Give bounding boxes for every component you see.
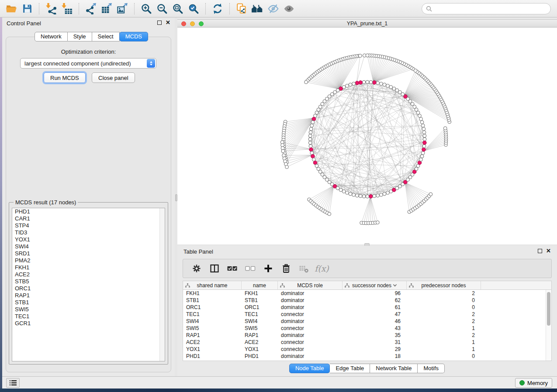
graph-node[interactable] xyxy=(422,127,426,131)
list-item[interactable]: SWI4 xyxy=(12,243,165,250)
show-all-button[interactable] xyxy=(281,2,297,16)
mcds-list-scrollbar[interactable] xyxy=(159,208,165,361)
run-mcds-button[interactable]: Run MCDS xyxy=(44,72,86,83)
tab-mcds[interactable]: MCDS xyxy=(119,32,148,41)
memory-button[interactable]: Memory xyxy=(515,378,552,388)
table-row[interactable]: YOX1YOX1connector291 xyxy=(183,346,546,353)
column-header-mcds-role[interactable]: MCDS role xyxy=(278,281,343,289)
list-item[interactable]: ACE2 xyxy=(12,271,165,278)
list-item[interactable]: FKH1 xyxy=(12,264,165,271)
graph-leaf-node[interactable] xyxy=(376,221,380,224)
export-image-button[interactable] xyxy=(114,2,130,16)
column-header-predecessor-nodes[interactable]: predecessor nodes xyxy=(407,281,481,289)
graph-node[interactable] xyxy=(422,144,426,148)
graph-node[interactable] xyxy=(352,82,356,86)
import-network-button[interactable] xyxy=(43,2,59,16)
graph-node[interactable] xyxy=(376,194,380,197)
graph-leaf-node[interactable] xyxy=(358,54,362,58)
graph-node[interactable] xyxy=(310,151,314,155)
tab-style[interactable]: Style xyxy=(68,32,92,41)
graph-node[interactable] xyxy=(369,80,373,84)
float-panel-icon[interactable] xyxy=(157,21,162,25)
graph-node[interactable] xyxy=(309,144,312,148)
graph-node[interactable] xyxy=(308,134,312,138)
graph-node[interactable] xyxy=(311,120,315,124)
graph-node[interactable] xyxy=(310,124,314,127)
graph-leaf-node[interactable] xyxy=(366,54,369,57)
graph-dominator-node[interactable] xyxy=(311,155,315,158)
tab-network[interactable]: Network xyxy=(35,32,68,41)
close-panel-icon[interactable]: ✕ xyxy=(546,249,551,253)
list-item[interactable]: CAR1 xyxy=(12,215,165,222)
graph-node[interactable] xyxy=(356,194,359,197)
graph-leaf-node[interactable] xyxy=(285,165,289,169)
export-network-button[interactable] xyxy=(83,2,99,16)
graph-leaf-node[interactable] xyxy=(443,127,447,130)
delete-column-button[interactable] xyxy=(278,261,294,276)
list-item[interactable]: TID3 xyxy=(12,229,165,236)
select-all-columns-button[interactable] xyxy=(224,261,240,276)
list-item[interactable]: GCR1 xyxy=(12,320,165,327)
graph-dominator-node[interactable] xyxy=(373,81,377,85)
graph-node[interactable] xyxy=(376,81,380,85)
graph-dominator-node[interactable] xyxy=(423,141,427,145)
graph-node[interactable] xyxy=(373,194,376,198)
tab-network-table[interactable]: Network Table xyxy=(370,364,418,373)
graph-node[interactable] xyxy=(389,86,393,89)
graph-dominator-node[interactable] xyxy=(369,195,373,199)
hide-selected-button[interactable] xyxy=(265,2,281,16)
first-neighbors-button[interactable] xyxy=(249,2,265,16)
graph-node[interactable] xyxy=(366,195,369,198)
graph-node[interactable] xyxy=(346,191,349,195)
open-file-button[interactable] xyxy=(3,2,19,16)
tab-motifs[interactable]: Motifs xyxy=(418,364,445,373)
show-columns-button[interactable] xyxy=(206,261,222,276)
graph-node[interactable] xyxy=(383,83,386,86)
graph-node[interactable] xyxy=(386,191,390,195)
graph-node[interactable] xyxy=(423,138,426,141)
graph-node[interactable] xyxy=(383,192,386,196)
log-console-button[interactable] xyxy=(6,378,20,388)
list-item[interactable]: TEC1 xyxy=(12,313,165,320)
tab-edge-table[interactable]: Edge Table xyxy=(330,364,370,373)
close-panel-button[interactable]: Close panel xyxy=(92,72,135,83)
save-session-button[interactable] xyxy=(19,2,35,16)
column-header-name[interactable]: name xyxy=(242,281,278,289)
graph-dominator-node[interactable] xyxy=(422,148,426,151)
graph-leaf-node[interactable] xyxy=(281,149,285,153)
graph-node[interactable] xyxy=(362,80,366,84)
list-item[interactable]: YOX1 xyxy=(12,236,165,243)
graph-node[interactable] xyxy=(386,84,390,88)
graph-leaf-node[interactable] xyxy=(414,69,417,72)
graph-node[interactable] xyxy=(349,83,352,86)
graph-node[interactable] xyxy=(342,190,346,193)
graph-node[interactable] xyxy=(309,131,312,134)
graph-node[interactable] xyxy=(308,138,312,141)
column-header-shared-name[interactable]: shared name xyxy=(183,281,242,289)
table-row[interactable]: ACE2ACE2connector311 xyxy=(183,339,546,346)
network-canvas[interactable] xyxy=(177,28,557,244)
create-column-button[interactable] xyxy=(260,261,276,276)
zoom-selected-button[interactable] xyxy=(186,2,201,16)
unselect-all-columns-button[interactable] xyxy=(242,261,258,276)
column-header-successor-nodes[interactable]: successor nodes xyxy=(343,281,407,289)
table-row[interactable]: FKH1FKH1dominator962 xyxy=(183,290,546,297)
graph-node[interactable] xyxy=(421,151,425,155)
graph-dominator-node[interactable] xyxy=(355,81,359,85)
new-network-from-selection-button[interactable] xyxy=(234,2,249,16)
optimization-criterion-select[interactable]: largest connected component (undirected) xyxy=(20,58,156,69)
graph-node[interactable] xyxy=(419,117,423,121)
graph-leaf-node[interactable] xyxy=(328,212,331,216)
search-input[interactable] xyxy=(435,6,547,12)
list-item[interactable]: PHD1 xyxy=(12,208,165,215)
scrollbar-thumb[interactable] xyxy=(547,292,550,326)
network-window-titlebar[interactable]: YPA_prune.txt_1 xyxy=(177,19,557,28)
float-panel-icon[interactable] xyxy=(538,249,542,253)
table-row[interactable]: RAP1RAP1dominator352 xyxy=(183,332,546,339)
graph-node[interactable] xyxy=(308,141,312,144)
list-item[interactable]: STP4 xyxy=(12,222,165,229)
splitter-grip[interactable] xyxy=(175,194,177,201)
list-item[interactable]: STB5 xyxy=(12,278,165,285)
graph-node[interactable] xyxy=(349,192,352,196)
graph-node[interactable] xyxy=(366,80,369,84)
